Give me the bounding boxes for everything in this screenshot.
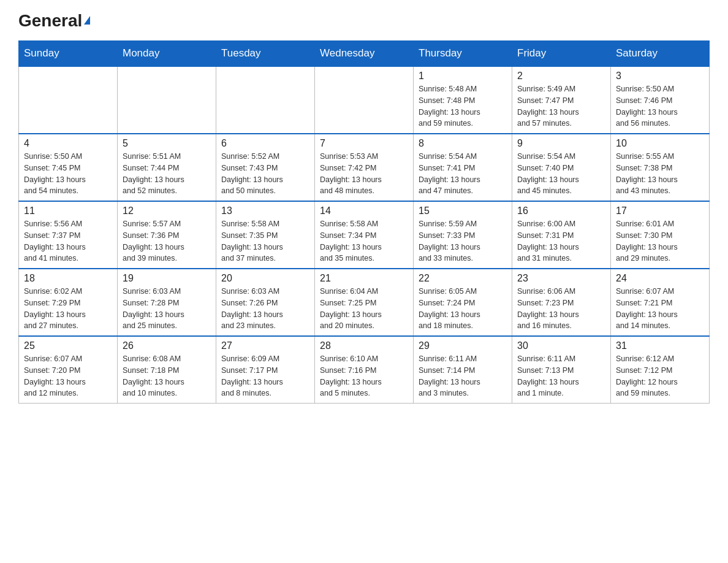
day-number: 18 (24, 273, 112, 284)
day-info: Sunrise: 6:05 AMSunset: 7:24 PMDaylight:… (419, 286, 507, 332)
calendar-cell: 24Sunrise: 6:07 AMSunset: 7:21 PMDayligh… (611, 269, 710, 336)
day-info: Sunrise: 6:09 AMSunset: 7:17 PMDaylight:… (221, 353, 309, 399)
day-info: Sunrise: 6:04 AMSunset: 7:25 PMDaylight:… (320, 286, 408, 332)
calendar-week-row: 1Sunrise: 5:48 AMSunset: 7:48 PMDaylight… (19, 66, 710, 134)
calendar-cell: 12Sunrise: 5:57 AMSunset: 7:36 PMDayligh… (118, 201, 216, 269)
calendar-cell: 13Sunrise: 5:58 AMSunset: 7:35 PMDayligh… (216, 201, 315, 269)
calendar-cell: 23Sunrise: 6:06 AMSunset: 7:23 PMDayligh… (512, 269, 611, 336)
day-number: 22 (419, 273, 507, 284)
day-number: 24 (616, 273, 704, 284)
day-info: Sunrise: 5:48 AMSunset: 7:48 PMDaylight:… (419, 83, 507, 129)
day-number: 27 (221, 340, 309, 351)
day-of-week-header: Saturday (611, 41, 710, 67)
page-header: General (18, 12, 710, 29)
calendar-cell (216, 66, 315, 134)
logo-triangle-icon (84, 16, 90, 25)
day-of-week-header: Wednesday (315, 41, 414, 67)
calendar-week-row: 11Sunrise: 5:56 AMSunset: 7:37 PMDayligh… (19, 201, 710, 269)
calendar-cell: 18Sunrise: 6:02 AMSunset: 7:29 PMDayligh… (19, 269, 118, 336)
calendar-cell: 25Sunrise: 6:07 AMSunset: 7:20 PMDayligh… (19, 336, 118, 404)
day-info: Sunrise: 5:58 AMSunset: 7:35 PMDaylight:… (221, 218, 309, 264)
day-number: 29 (419, 340, 507, 351)
day-info: Sunrise: 5:52 AMSunset: 7:43 PMDaylight:… (221, 151, 309, 197)
calendar-cell: 22Sunrise: 6:05 AMSunset: 7:24 PMDayligh… (414, 269, 512, 336)
day-number: 25 (24, 340, 112, 351)
day-info: Sunrise: 5:50 AMSunset: 7:46 PMDaylight:… (616, 83, 704, 129)
day-number: 9 (517, 138, 605, 149)
day-of-week-header: Tuesday (216, 41, 315, 67)
day-info: Sunrise: 5:57 AMSunset: 7:36 PMDaylight:… (123, 218, 211, 264)
calendar-cell: 7Sunrise: 5:53 AMSunset: 7:42 PMDaylight… (315, 134, 414, 201)
day-number: 8 (419, 138, 507, 149)
day-info: Sunrise: 5:49 AMSunset: 7:47 PMDaylight:… (517, 83, 605, 129)
day-number: 16 (517, 205, 605, 216)
day-info: Sunrise: 6:07 AMSunset: 7:21 PMDaylight:… (616, 286, 704, 332)
day-number: 4 (24, 138, 112, 149)
logo-general-text: General (18, 11, 90, 30)
calendar-cell: 21Sunrise: 6:04 AMSunset: 7:25 PMDayligh… (315, 269, 414, 336)
day-info: Sunrise: 5:50 AMSunset: 7:45 PMDaylight:… (24, 151, 112, 197)
calendar-cell: 20Sunrise: 6:03 AMSunset: 7:26 PMDayligh… (216, 269, 315, 336)
day-info: Sunrise: 5:53 AMSunset: 7:42 PMDaylight:… (320, 151, 408, 197)
calendar-cell (315, 66, 414, 134)
day-number: 26 (123, 340, 211, 351)
day-number: 31 (616, 340, 704, 351)
day-info: Sunrise: 5:54 AMSunset: 7:40 PMDaylight:… (517, 151, 605, 197)
day-info: Sunrise: 6:01 AMSunset: 7:30 PMDaylight:… (616, 218, 704, 264)
calendar-cell: 26Sunrise: 6:08 AMSunset: 7:18 PMDayligh… (118, 336, 216, 404)
calendar-cell (19, 66, 118, 134)
calendar-cell: 2Sunrise: 5:49 AMSunset: 7:47 PMDaylight… (512, 66, 611, 134)
calendar-cell: 16Sunrise: 6:00 AMSunset: 7:31 PMDayligh… (512, 201, 611, 269)
calendar-header: SundayMondayTuesdayWednesdayThursdayFrid… (19, 41, 710, 67)
calendar-week-row: 25Sunrise: 6:07 AMSunset: 7:20 PMDayligh… (19, 336, 710, 404)
calendar-cell: 10Sunrise: 5:55 AMSunset: 7:38 PMDayligh… (611, 134, 710, 201)
calendar-cell: 8Sunrise: 5:54 AMSunset: 7:41 PMDaylight… (414, 134, 512, 201)
calendar-cell: 17Sunrise: 6:01 AMSunset: 7:30 PMDayligh… (611, 201, 710, 269)
calendar-cell: 3Sunrise: 5:50 AMSunset: 7:46 PMDaylight… (611, 66, 710, 134)
day-info: Sunrise: 6:06 AMSunset: 7:23 PMDaylight:… (517, 286, 605, 332)
calendar-cell: 9Sunrise: 5:54 AMSunset: 7:40 PMDaylight… (512, 134, 611, 201)
calendar-week-row: 4Sunrise: 5:50 AMSunset: 7:45 PMDaylight… (19, 134, 710, 201)
calendar-week-row: 18Sunrise: 6:02 AMSunset: 7:29 PMDayligh… (19, 269, 710, 336)
day-of-week-header: Monday (118, 41, 216, 67)
day-number: 20 (221, 273, 309, 284)
calendar-cell (118, 66, 216, 134)
day-number: 17 (616, 205, 704, 216)
logo: General (18, 12, 90, 29)
day-number: 5 (123, 138, 211, 149)
day-number: 14 (320, 205, 408, 216)
calendar-cell: 4Sunrise: 5:50 AMSunset: 7:45 PMDaylight… (19, 134, 118, 201)
calendar-cell: 11Sunrise: 5:56 AMSunset: 7:37 PMDayligh… (19, 201, 118, 269)
logo-general-row: General (18, 12, 90, 29)
day-number: 19 (123, 273, 211, 284)
calendar-cell: 19Sunrise: 6:03 AMSunset: 7:28 PMDayligh… (118, 269, 216, 336)
calendar-cell: 29Sunrise: 6:11 AMSunset: 7:14 PMDayligh… (414, 336, 512, 404)
day-number: 28 (320, 340, 408, 351)
calendar-cell: 5Sunrise: 5:51 AMSunset: 7:44 PMDaylight… (118, 134, 216, 201)
day-info: Sunrise: 6:07 AMSunset: 7:20 PMDaylight:… (24, 353, 112, 399)
day-info: Sunrise: 5:56 AMSunset: 7:37 PMDaylight:… (24, 218, 112, 264)
calendar-body: 1Sunrise: 5:48 AMSunset: 7:48 PMDaylight… (19, 66, 710, 404)
calendar-cell: 15Sunrise: 5:59 AMSunset: 7:33 PMDayligh… (414, 201, 512, 269)
day-info: Sunrise: 6:00 AMSunset: 7:31 PMDaylight:… (517, 218, 605, 264)
day-info: Sunrise: 6:11 AMSunset: 7:13 PMDaylight:… (517, 353, 605, 399)
day-number: 7 (320, 138, 408, 149)
day-number: 3 (616, 71, 704, 82)
day-info: Sunrise: 6:08 AMSunset: 7:18 PMDaylight:… (123, 353, 211, 399)
calendar-table: SundayMondayTuesdayWednesdayThursdayFrid… (18, 40, 710, 404)
day-number: 13 (221, 205, 309, 216)
day-info: Sunrise: 6:12 AMSunset: 7:12 PMDaylight:… (616, 353, 704, 399)
day-info: Sunrise: 6:02 AMSunset: 7:29 PMDaylight:… (24, 286, 112, 332)
day-info: Sunrise: 5:54 AMSunset: 7:41 PMDaylight:… (419, 151, 507, 197)
calendar-cell: 6Sunrise: 5:52 AMSunset: 7:43 PMDaylight… (216, 134, 315, 201)
day-info: Sunrise: 5:51 AMSunset: 7:44 PMDaylight:… (123, 151, 211, 197)
day-number: 15 (419, 205, 507, 216)
calendar-cell: 28Sunrise: 6:10 AMSunset: 7:16 PMDayligh… (315, 336, 414, 404)
header-row: SundayMondayTuesdayWednesdayThursdayFrid… (19, 41, 710, 67)
day-of-week-header: Thursday (414, 41, 512, 67)
day-number: 12 (123, 205, 211, 216)
day-number: 30 (517, 340, 605, 351)
day-info: Sunrise: 6:03 AMSunset: 7:28 PMDaylight:… (123, 286, 211, 332)
day-info: Sunrise: 5:59 AMSunset: 7:33 PMDaylight:… (419, 218, 507, 264)
day-info: Sunrise: 5:58 AMSunset: 7:34 PMDaylight:… (320, 218, 408, 264)
